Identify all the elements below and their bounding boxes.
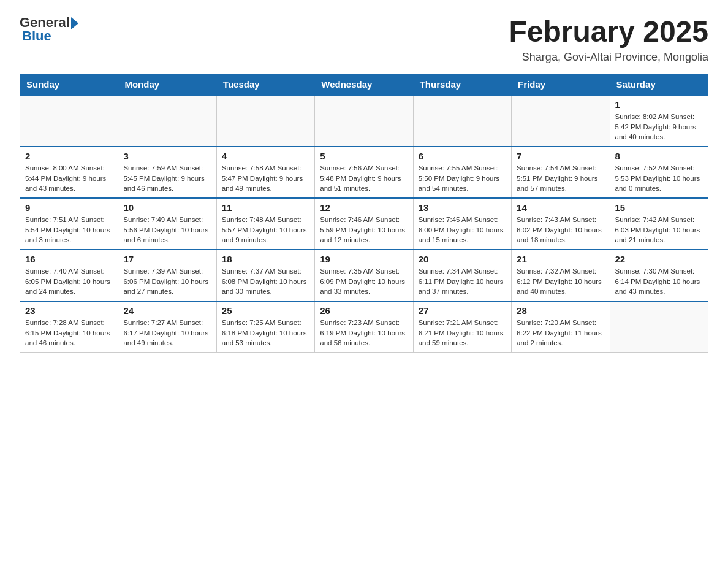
calendar-cell: 19Sunrise: 7:35 AM Sunset: 6:09 PM Dayli…	[315, 250, 413, 301]
calendar-week-row: 2Sunrise: 8:00 AM Sunset: 5:44 PM Daylig…	[20, 147, 708, 198]
day-info: Sunrise: 7:51 AM Sunset: 5:54 PM Dayligh…	[25, 215, 113, 245]
day-number: 18	[222, 254, 309, 264]
calendar-cell: 18Sunrise: 7:37 AM Sunset: 6:08 PM Dayli…	[216, 250, 314, 301]
calendar-cell: 14Sunrise: 7:43 AM Sunset: 6:02 PM Dayli…	[512, 198, 610, 250]
day-info: Sunrise: 7:42 AM Sunset: 6:03 PM Dayligh…	[615, 215, 703, 245]
day-info: Sunrise: 7:20 AM Sunset: 6:22 PM Dayligh…	[517, 318, 604, 348]
day-number: 15	[615, 202, 703, 213]
day-number: 5	[320, 151, 408, 161]
calendar-cell: 16Sunrise: 7:40 AM Sunset: 6:05 PM Dayli…	[20, 250, 118, 301]
calendar-header-friday: Friday	[512, 74, 610, 96]
calendar-cell: 27Sunrise: 7:21 AM Sunset: 6:21 PM Dayli…	[413, 301, 511, 353]
day-info: Sunrise: 7:40 AM Sunset: 6:05 PM Dayligh…	[25, 266, 113, 297]
day-info: Sunrise: 7:25 AM Sunset: 6:18 PM Dayligh…	[222, 318, 309, 348]
day-info: Sunrise: 7:28 AM Sunset: 6:15 PM Dayligh…	[25, 318, 113, 348]
calendar-cell: 2Sunrise: 8:00 AM Sunset: 5:44 PM Daylig…	[20, 147, 118, 198]
day-info: Sunrise: 7:23 AM Sunset: 6:19 PM Dayligh…	[320, 318, 408, 348]
calendar-cell	[118, 95, 216, 147]
calendar-table: SundayMondayTuesdayWednesdayThursdayFrid…	[20, 74, 708, 353]
day-info: Sunrise: 7:52 AM Sunset: 5:53 PM Dayligh…	[615, 163, 703, 194]
day-number: 3	[123, 151, 211, 161]
day-number: 16	[25, 254, 113, 264]
day-info: Sunrise: 7:27 AM Sunset: 6:17 PM Dayligh…	[123, 318, 211, 348]
day-info: Sunrise: 8:00 AM Sunset: 5:44 PM Dayligh…	[25, 163, 113, 194]
calendar-week-row: 1Sunrise: 8:02 AM Sunset: 5:42 PM Daylig…	[20, 95, 708, 147]
calendar-cell: 4Sunrise: 7:58 AM Sunset: 5:47 PM Daylig…	[216, 147, 314, 198]
calendar-week-row: 23Sunrise: 7:28 AM Sunset: 6:15 PM Dayli…	[20, 301, 708, 353]
calendar-cell: 12Sunrise: 7:46 AM Sunset: 5:59 PM Dayli…	[315, 198, 413, 250]
calendar-cell: 15Sunrise: 7:42 AM Sunset: 6:03 PM Dayli…	[610, 198, 708, 250]
calendar-cell: 10Sunrise: 7:49 AM Sunset: 5:56 PM Dayli…	[118, 198, 216, 250]
calendar-cell: 21Sunrise: 7:32 AM Sunset: 6:12 PM Dayli…	[512, 250, 610, 301]
calendar-cell: 17Sunrise: 7:39 AM Sunset: 6:06 PM Dayli…	[118, 250, 216, 301]
logo-arrow-icon	[71, 17, 78, 29]
logo-blue-text: Blue	[22, 28, 51, 44]
calendar-header-tuesday: Tuesday	[216, 74, 314, 96]
day-number: 2	[25, 151, 113, 161]
day-number: 26	[320, 305, 408, 316]
calendar-cell: 22Sunrise: 7:30 AM Sunset: 6:14 PM Dayli…	[610, 250, 708, 301]
calendar-cell	[315, 95, 413, 147]
day-info: Sunrise: 7:37 AM Sunset: 6:08 PM Dayligh…	[222, 266, 309, 297]
day-number: 11	[222, 202, 309, 213]
day-number: 25	[222, 305, 309, 316]
calendar-cell: 13Sunrise: 7:45 AM Sunset: 6:00 PM Dayli…	[413, 198, 511, 250]
logo: General Blue	[20, 15, 78, 44]
day-info: Sunrise: 7:49 AM Sunset: 5:56 PM Dayligh…	[123, 215, 211, 245]
calendar-cell: 3Sunrise: 7:59 AM Sunset: 5:45 PM Daylig…	[118, 147, 216, 198]
day-number: 7	[517, 151, 604, 161]
calendar-title: February 2025	[509, 15, 708, 48]
calendar-cell: 1Sunrise: 8:02 AM Sunset: 5:42 PM Daylig…	[610, 95, 708, 147]
calendar-cell: 26Sunrise: 7:23 AM Sunset: 6:19 PM Dayli…	[315, 301, 413, 353]
day-info: Sunrise: 7:58 AM Sunset: 5:47 PM Dayligh…	[222, 163, 309, 194]
day-number: 17	[123, 254, 211, 264]
day-info: Sunrise: 7:21 AM Sunset: 6:21 PM Dayligh…	[419, 318, 506, 348]
day-number: 28	[517, 305, 604, 316]
day-number: 8	[615, 151, 703, 161]
calendar-week-row: 16Sunrise: 7:40 AM Sunset: 6:05 PM Dayli…	[20, 250, 708, 301]
day-number: 13	[419, 202, 506, 213]
calendar-cell: 5Sunrise: 7:56 AM Sunset: 5:48 PM Daylig…	[315, 147, 413, 198]
day-info: Sunrise: 7:46 AM Sunset: 5:59 PM Dayligh…	[320, 215, 408, 245]
calendar-header-row: SundayMondayTuesdayWednesdayThursdayFrid…	[20, 74, 708, 96]
day-number: 6	[419, 151, 506, 161]
day-info: Sunrise: 8:02 AM Sunset: 5:42 PM Dayligh…	[615, 112, 703, 142]
day-number: 20	[419, 254, 506, 264]
day-info: Sunrise: 7:59 AM Sunset: 5:45 PM Dayligh…	[123, 163, 211, 194]
day-info: Sunrise: 7:43 AM Sunset: 6:02 PM Dayligh…	[517, 215, 604, 245]
day-number: 23	[25, 305, 113, 316]
day-info: Sunrise: 7:45 AM Sunset: 6:00 PM Dayligh…	[419, 215, 506, 245]
day-number: 19	[320, 254, 408, 264]
day-number: 14	[517, 202, 604, 213]
calendar-cell	[216, 95, 314, 147]
day-info: Sunrise: 7:54 AM Sunset: 5:51 PM Dayligh…	[517, 163, 604, 194]
calendar-week-row: 9Sunrise: 7:51 AM Sunset: 5:54 PM Daylig…	[20, 198, 708, 250]
day-number: 9	[25, 202, 113, 213]
day-number: 24	[123, 305, 211, 316]
calendar-cell: 25Sunrise: 7:25 AM Sunset: 6:18 PM Dayli…	[216, 301, 314, 353]
day-number: 22	[615, 254, 703, 264]
page-header: General Blue February 2025 Sharga, Govi-…	[20, 15, 708, 64]
calendar-cell: 20Sunrise: 7:34 AM Sunset: 6:11 PM Dayli…	[413, 250, 511, 301]
day-info: Sunrise: 7:55 AM Sunset: 5:50 PM Dayligh…	[419, 163, 506, 194]
day-number: 21	[517, 254, 604, 264]
day-info: Sunrise: 7:34 AM Sunset: 6:11 PM Dayligh…	[419, 266, 506, 297]
day-number: 27	[419, 305, 506, 316]
calendar-header-sunday: Sunday	[20, 74, 118, 96]
calendar-cell: 11Sunrise: 7:48 AM Sunset: 5:57 PM Dayli…	[216, 198, 314, 250]
day-number: 4	[222, 151, 309, 161]
calendar-cell: 24Sunrise: 7:27 AM Sunset: 6:17 PM Dayli…	[118, 301, 216, 353]
day-info: Sunrise: 7:30 AM Sunset: 6:14 PM Dayligh…	[615, 266, 703, 297]
calendar-header-saturday: Saturday	[610, 74, 708, 96]
calendar-header-thursday: Thursday	[413, 74, 511, 96]
calendar-header-wednesday: Wednesday	[315, 74, 413, 96]
day-number: 1	[615, 99, 703, 110]
title-area: February 2025 Sharga, Govi-Altai Provinc…	[509, 15, 708, 64]
calendar-cell	[512, 95, 610, 147]
calendar-header-monday: Monday	[118, 74, 216, 96]
day-number: 10	[123, 202, 211, 213]
day-info: Sunrise: 7:32 AM Sunset: 6:12 PM Dayligh…	[517, 266, 604, 297]
day-info: Sunrise: 7:56 AM Sunset: 5:48 PM Dayligh…	[320, 163, 408, 194]
calendar-cell: 23Sunrise: 7:28 AM Sunset: 6:15 PM Dayli…	[20, 301, 118, 353]
calendar-cell: 8Sunrise: 7:52 AM Sunset: 5:53 PM Daylig…	[610, 147, 708, 198]
